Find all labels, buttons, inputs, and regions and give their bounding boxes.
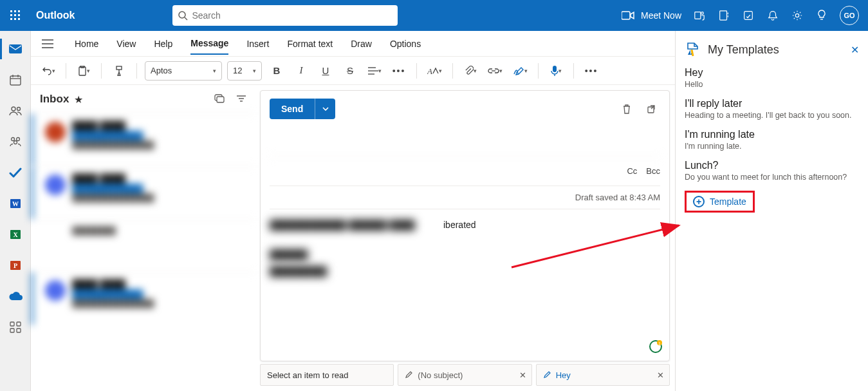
svg-rect-3	[10, 14, 12, 16]
svg-point-29	[14, 141, 17, 144]
svg-rect-0	[10, 10, 12, 12]
tips-icon[interactable]	[815, 9, 828, 22]
close-pane-icon[interactable]: ✕	[851, 44, 859, 56]
chevron-down-icon: ▾	[253, 68, 256, 74]
template-item[interactable]: Hey Hello	[685, 67, 859, 89]
search-input[interactable]	[192, 10, 392, 21]
onedrive-rail-icon[interactable]	[8, 289, 23, 304]
strikethrough-button[interactable]: S	[340, 61, 360, 81]
account-avatar[interactable]: GO	[840, 6, 859, 25]
reading-tab-2[interactable]: Hey ✕	[536, 364, 670, 386]
paragraph-button[interactable]: ▾	[365, 61, 384, 81]
svg-rect-20	[9, 44, 22, 53]
svg-text:P: P	[13, 262, 17, 269]
font-size-select[interactable]: 12▾	[227, 61, 262, 81]
notifications-icon[interactable]	[766, 9, 779, 22]
tab-draw[interactable]: Draw	[351, 33, 372, 54]
svg-point-27	[11, 138, 14, 141]
template-item[interactable]: Lunch? Do you want to meet for lunch thi…	[685, 160, 859, 182]
link-button[interactable]: ▾	[485, 61, 505, 81]
svg-point-25	[12, 107, 15, 111]
more-commands-button[interactable]: •••	[582, 61, 601, 81]
attach-button[interactable]: ▾	[461, 61, 480, 81]
undo-button[interactable]: ▾	[39, 61, 58, 81]
search-box[interactable]	[172, 5, 398, 26]
select-mode-icon[interactable]	[214, 94, 225, 105]
brand-label: Outlook	[36, 10, 75, 21]
message-list-item[interactable]: ████ ███████████████████████████████	[31, 166, 255, 219]
svg-rect-45	[116, 66, 122, 70]
font-name-select[interactable]: Aptos▾	[145, 61, 222, 81]
template-item[interactable]: I'll reply later Heading to a meeting. I…	[685, 98, 859, 120]
settings-icon[interactable]	[791, 9, 804, 22]
meet-now-button[interactable]: Meet Now	[622, 10, 681, 21]
word-rail-icon[interactable]: W	[8, 196, 23, 211]
italic-button[interactable]: I	[291, 61, 311, 81]
reading-tab-1[interactable]: (No subject) ✕	[398, 364, 531, 386]
discard-button[interactable]	[618, 100, 636, 118]
nav-toggle-icon[interactable]	[39, 39, 57, 48]
tab-insert[interactable]: Insert	[246, 33, 269, 54]
dictate-button[interactable]: ▾	[546, 61, 566, 81]
more-apps-rail-icon[interactable]	[8, 319, 23, 335]
close-tab-icon[interactable]: ✕	[657, 370, 664, 380]
ribbon-tabs: Home View Help Message Insert Format tex…	[31, 31, 675, 57]
more-formatting-button[interactable]: •••	[389, 61, 409, 81]
template-item[interactable]: I'm running late I'm running late.	[685, 129, 859, 151]
tab-view[interactable]: View	[116, 33, 136, 54]
message-list-item[interactable]: ████ ███████████████████████████████	[31, 113, 255, 166]
bcc-button[interactable]: Bcc	[646, 166, 660, 176]
send-options-button[interactable]	[315, 99, 335, 119]
message-list-item[interactable]: ████ ███████████████████████████████	[31, 272, 255, 325]
underline-button[interactable]: U	[316, 61, 335, 81]
cc-button[interactable]: Cc	[627, 166, 637, 176]
reading-tab-placeholder[interactable]: Select an item to read	[260, 364, 394, 386]
popout-button[interactable]	[642, 100, 660, 118]
svg-rect-4	[14, 14, 16, 16]
mail-rail-icon[interactable]	[8, 41, 23, 57]
add-template-button[interactable]: + Template	[685, 191, 755, 213]
tab-help[interactable]: Help	[154, 33, 172, 54]
tab-home[interactable]: Home	[75, 33, 98, 54]
recipient-row: Cc Bcc	[270, 157, 660, 186]
message-list: Inbox ★ ████ ███████████████████████████…	[31, 85, 256, 391]
to-field[interactable]	[270, 127, 660, 157]
svg-rect-39	[17, 329, 21, 332]
templates-title: My Templates	[708, 43, 779, 57]
chevron-down-icon	[322, 107, 329, 111]
pencil-icon	[405, 371, 412, 379]
todo-rail-icon[interactable]	[8, 165, 23, 180]
styles-button[interactable]: A▾	[425, 61, 445, 81]
tab-format-text[interactable]: Format text	[287, 33, 333, 54]
svg-rect-1	[14, 10, 16, 12]
signature-button[interactable]: ▾	[510, 61, 530, 81]
people-rail-icon[interactable]	[8, 103, 23, 119]
onenote-feed-icon[interactable]	[717, 9, 730, 22]
teams-icon[interactable]	[693, 9, 706, 22]
close-tab-icon[interactable]: ✕	[519, 370, 526, 380]
paste-button[interactable]: ▾	[74, 61, 93, 81]
compose-body[interactable]: ████████████ ██████ ████iberated ██████ …	[261, 209, 669, 287]
editor-badge-icon[interactable]: 1	[649, 339, 663, 356]
svg-text:A: A	[427, 66, 432, 75]
svg-rect-57	[648, 107, 654, 113]
favorite-star-icon[interactable]: ★	[74, 93, 83, 106]
calendar-rail-icon[interactable]	[8, 72, 23, 88]
chevron-down-icon: ▾	[474, 68, 477, 74]
svg-point-26	[17, 108, 20, 111]
tab-options[interactable]: Options	[390, 33, 421, 54]
groups-rail-icon[interactable]	[8, 134, 23, 149]
send-button[interactable]: Send	[270, 99, 315, 119]
tab-message[interactable]: Message	[190, 33, 228, 55]
bold-button[interactable]: B	[267, 61, 286, 81]
svg-rect-36	[10, 322, 14, 326]
filter-icon[interactable]	[236, 94, 246, 104]
format-painter-button[interactable]	[109, 61, 129, 81]
excel-rail-icon[interactable]: X	[8, 227, 23, 242]
svg-rect-5	[18, 14, 20, 16]
powerpoint-rail-icon[interactable]: P	[8, 258, 23, 273]
folder-title: Inbox	[40, 93, 69, 106]
app-launcher-icon[interactable]	[5, 5, 26, 26]
myday-icon[interactable]	[742, 9, 755, 22]
message-list-item[interactable]: ████████	[31, 219, 255, 272]
